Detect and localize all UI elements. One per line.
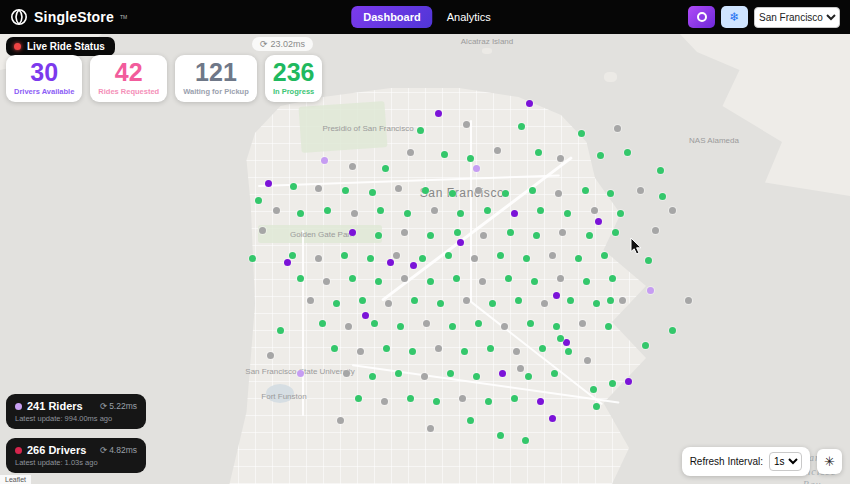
map-dot-n[interactable] [337, 417, 344, 424]
map-dot-n[interactable] [421, 373, 428, 380]
map-dot-g[interactable] [487, 345, 494, 352]
map-dot-g[interactable] [597, 152, 604, 159]
map-dot-g[interactable] [277, 327, 284, 334]
map-dot-g[interactable] [645, 257, 652, 264]
map-dot-n[interactable] [619, 297, 626, 304]
map-dot-g[interactable] [642, 342, 649, 349]
map-dot-n[interactable] [669, 207, 676, 214]
map-dot-n[interactable] [427, 425, 434, 432]
map-dot-n[interactable] [393, 252, 400, 259]
map-dot-g[interactable] [607, 297, 614, 304]
singlestore-ring-button[interactable] [688, 6, 715, 28]
map-dot-l[interactable] [297, 370, 304, 377]
map-dot-g[interactable] [333, 300, 340, 307]
map-dot-n[interactable] [557, 155, 564, 162]
map-dot-g[interactable] [355, 395, 362, 402]
map-dot-n[interactable] [557, 275, 564, 282]
map-dot-g[interactable] [395, 370, 402, 377]
map-dot-g[interactable] [518, 123, 525, 130]
map-dot-l[interactable] [647, 287, 654, 294]
map-dot-n[interactable] [349, 163, 356, 170]
map-dot-g[interactable] [484, 207, 491, 214]
map-dot-n[interactable] [475, 187, 482, 194]
map-dot-g[interactable] [612, 229, 619, 236]
map-dot-g[interactable] [445, 252, 452, 259]
map-dot-g[interactable] [537, 207, 544, 214]
map-dot-g[interactable] [371, 320, 378, 327]
map-dot-g[interactable] [529, 187, 536, 194]
map-dot-g[interactable] [467, 155, 474, 162]
map-dot-g[interactable] [601, 252, 608, 259]
map-dot-g[interactable] [593, 403, 600, 410]
map-dot-g[interactable] [447, 370, 454, 377]
map-dot-g[interactable] [297, 210, 304, 217]
map-dot-l[interactable] [321, 157, 328, 164]
refresh-interval-select[interactable]: 1s [769, 452, 802, 471]
map-dot-g[interactable] [449, 323, 456, 330]
map-dot-n[interactable] [541, 300, 548, 307]
map-dot-g[interactable] [289, 252, 296, 259]
map-dot-p[interactable] [499, 370, 506, 377]
map-dot-g[interactable] [523, 255, 530, 262]
map-dot-n[interactable] [501, 323, 508, 330]
map-dot-n[interactable] [494, 147, 501, 154]
map-dot-n[interactable] [385, 300, 392, 307]
map-dot-g[interactable] [593, 300, 600, 307]
map-dot-g[interactable] [411, 297, 418, 304]
map-dot-g[interactable] [659, 193, 666, 200]
map-dot-g[interactable] [624, 149, 631, 156]
map-dot-g[interactable] [383, 345, 390, 352]
map-dot-g[interactable] [502, 190, 509, 197]
map-dot-g[interactable] [290, 183, 297, 190]
map-dot-g[interactable] [657, 167, 664, 174]
map-dot-g[interactable] [590, 386, 597, 393]
map-dot-g[interactable] [467, 417, 474, 424]
map-dot-n[interactable] [637, 187, 644, 194]
map-dot-n[interactable] [517, 365, 524, 372]
map-dot-n[interactable] [381, 398, 388, 405]
map-dot-n[interactable] [323, 278, 330, 285]
map-dot-n[interactable] [395, 185, 402, 192]
map-dot-n[interactable] [307, 297, 314, 304]
map-dot-g[interactable] [407, 395, 414, 402]
map-dot-n[interactable] [652, 227, 659, 234]
tab-analytics[interactable]: Analytics [439, 6, 499, 28]
map-attribution[interactable]: Leaflet [0, 475, 31, 484]
map-dot-g[interactable] [422, 187, 429, 194]
map-dot-g[interactable] [489, 300, 496, 307]
map-dot-g[interactable] [617, 210, 624, 217]
map-dot-g[interactable] [461, 348, 468, 355]
snowflake-button[interactable]: ❄ [721, 6, 748, 28]
map-dot-p[interactable] [537, 398, 544, 405]
map-dot-n[interactable] [315, 255, 322, 262]
map-dot-n[interactable] [315, 185, 322, 192]
map-dot-n[interactable] [407, 149, 414, 156]
map-dot-g[interactable] [419, 255, 426, 262]
map-dot-g[interactable] [249, 255, 256, 262]
map-dot-n[interactable] [459, 395, 466, 402]
map-dot-g[interactable] [551, 370, 558, 377]
map-dot-n[interactable] [584, 357, 591, 364]
map-dot-n[interactable] [463, 121, 470, 128]
map-dot-n[interactable] [343, 370, 350, 377]
map-dot-g[interactable] [575, 255, 582, 262]
map-dot-n[interactable] [401, 229, 408, 236]
map-dot-g[interactable] [367, 255, 374, 262]
map-dot-g[interactable] [531, 278, 538, 285]
map-dot-n[interactable] [479, 278, 486, 285]
map-dot-g[interactable] [457, 210, 464, 217]
map-dot-p[interactable] [410, 262, 417, 269]
map-dot-n[interactable] [559, 229, 566, 236]
map-dot-g[interactable] [564, 210, 571, 217]
map-dot-g[interactable] [522, 437, 529, 444]
map-dot-n[interactable] [267, 352, 274, 359]
map-dot-n[interactable] [579, 320, 586, 327]
map-dot-n[interactable] [259, 227, 266, 234]
map-dot-g[interactable] [331, 345, 338, 352]
map-dot-g[interactable] [382, 165, 389, 172]
map-dot-n[interactable] [463, 297, 470, 304]
map-dot-g[interactable] [578, 130, 585, 137]
map-dot-g[interactable] [449, 190, 456, 197]
map-dot-g[interactable] [582, 187, 589, 194]
map-dot-g[interactable] [454, 229, 461, 236]
